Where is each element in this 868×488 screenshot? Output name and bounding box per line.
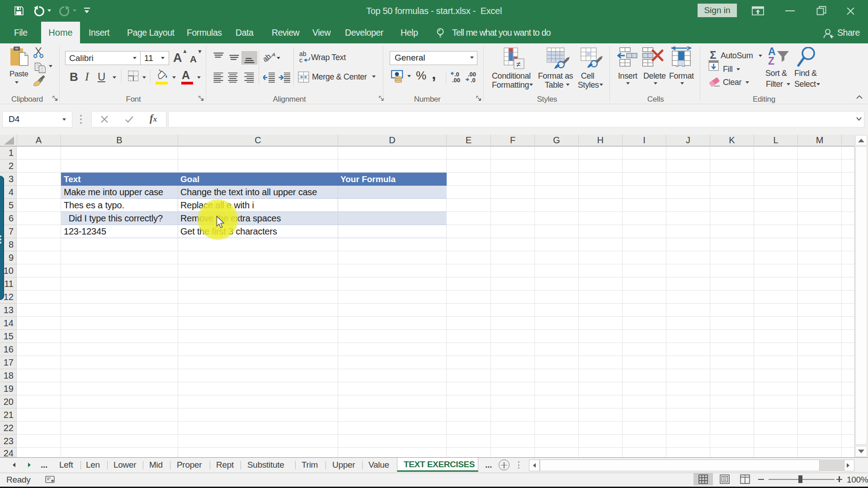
- svg-text:c: c: [299, 56, 302, 63]
- svg-text:Z: Z: [768, 55, 774, 66]
- svg-text:.0: .0: [471, 77, 476, 83]
- svg-text:≠: ≠: [516, 60, 520, 69]
- svg-text:.00: .00: [452, 77, 460, 83]
